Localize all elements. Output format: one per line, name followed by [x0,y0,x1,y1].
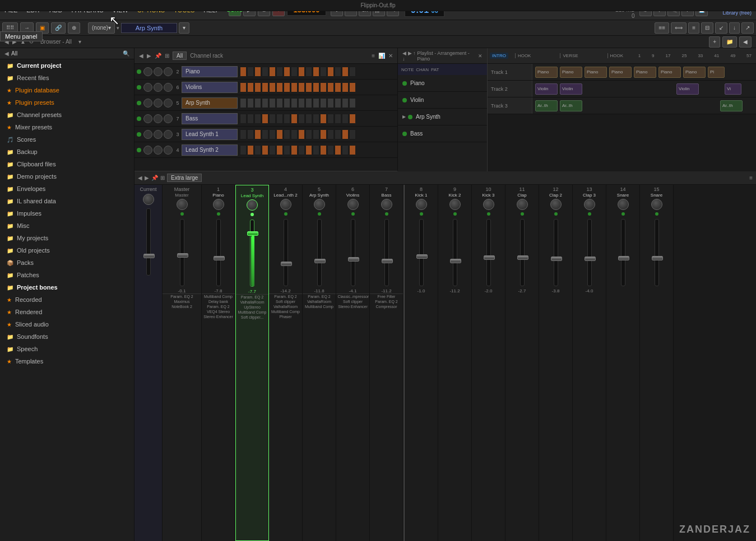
step[interactable] [291,98,298,108]
step[interactable] [320,82,327,92]
ch-effect[interactable]: Multiband Comp [270,309,301,314]
sidebar-item-mixer-presets[interactable]: ★ Mixer presets [0,121,134,133]
ch-effect[interactable]: Param. EQ 2 [206,304,230,309]
sidebar-item-templates[interactable]: ★ Templates [0,355,134,367]
mixer-ch-5[interactable]: 5 Arp Synth -11.8 Param. EQ 2 ValhallaRo… [303,185,336,541]
step[interactable] [291,82,298,92]
rack-settings[interactable]: ≡ [372,53,375,59]
inst-header-nav[interactable]: ◀ ▶ ↑ ↓ [402,50,417,62]
step[interactable] [291,129,298,139]
step[interactable] [342,67,349,77]
track-seg[interactable]: Ar..th [535,100,558,111]
step[interactable] [320,114,327,124]
step[interactable] [240,67,247,77]
led-violins[interactable] [137,85,141,90]
step[interactable] [327,82,334,92]
pan-lead2[interactable] [164,146,173,155]
step[interactable] [327,98,334,108]
ch-effect[interactable]: Classic..mpressor [337,294,369,299]
step[interactable] [335,145,341,155]
ch-effect[interactable]: NoteBook 2 [170,304,193,309]
led-bass[interactable] [137,116,141,121]
step[interactable] [349,114,356,124]
track-seg[interactable]: Piano [658,67,681,78]
ch-fader-15[interactable] [655,219,659,286]
ch-fader-10[interactable] [486,219,491,286]
track-seg[interactable]: Pl [708,67,725,78]
link-btn[interactable]: 🔗 [51,22,66,34]
step[interactable] [313,98,319,108]
pan-piano[interactable] [164,67,173,76]
mixer-ch-1[interactable]: 1 Piano -7.8 Multiband Comp Delay bank P… [202,185,235,541]
name-btn-piano[interactable]: Piano [182,66,238,77]
sidebar-item-old-projects[interactable]: 📁 Old projects [0,244,134,256]
mixer-ch-15[interactable]: 15 Snare [640,185,674,541]
step[interactable] [262,67,268,77]
ch-effect[interactable] [352,309,354,310]
ch-knob-8[interactable] [416,199,427,210]
breadcrumb-dropdown[interactable]: ▾ [78,39,81,45]
name-btn-lead2[interactable]: Lead Synth 2 [182,144,238,156]
step[interactable] [262,114,268,124]
sidebar-item-envelopes[interactable]: 📁 Envelopes [0,183,134,195]
solo-piano[interactable] [143,67,152,76]
mixer-ch-13[interactable]: 13 Clap 3 -4.0 [573,185,606,541]
step[interactable] [247,129,254,139]
step[interactable] [320,67,327,77]
rack-nav-back[interactable]: ◀ [139,53,143,59]
step[interactable] [284,145,290,155]
step[interactable] [247,82,254,92]
mixer-ch-master[interactable]: Master Master -0.1 Param. EQ 2 Maximus N… [163,185,202,541]
ch-knob-current[interactable] [143,194,154,205]
solo-lead1[interactable] [143,130,152,139]
inst-row-arp-synth[interactable]: ▶ Arp Synth [398,109,487,125]
ch-fader-12[interactable] [554,219,558,286]
sidebar-item-impulses[interactable]: 📁 Impulses [0,207,134,220]
mute-lead1[interactable] [154,130,163,139]
ch-fader-3[interactable] [250,220,254,287]
mixer-nav-back[interactable]: ◀ [138,175,142,181]
step[interactable] [349,129,356,139]
none-selector[interactable]: (none) ▾ [88,22,115,34]
step[interactable] [291,145,298,155]
step[interactable] [349,145,356,155]
step[interactable] [276,82,283,92]
step[interactable] [247,114,254,124]
ch-effect[interactable]: Soft clipper [275,299,296,304]
name-btn-lead1[interactable]: Lead Synth 1 [182,129,238,140]
step[interactable] [262,145,268,155]
pan-lead1[interactable] [164,130,173,139]
track-seg[interactable]: Violin [535,83,558,95]
track-seg[interactable]: Ar..th [560,100,582,111]
ch-effect[interactable]: UpStereo [243,305,262,310]
step[interactable] [320,129,327,139]
step[interactable] [305,129,312,139]
step[interactable] [284,67,290,77]
sidebar-item-my-projects[interactable]: 📁 My projects [0,232,134,244]
mute-bass[interactable] [154,114,163,123]
pan-bass[interactable] [164,114,173,123]
ch-effect[interactable]: Compressor [374,304,398,309]
sidebar-item-soundfonts[interactable]: 📁 Soundfonts [0,330,134,343]
sidebar-item-clipboard[interactable]: 📁 Clipboard files [0,158,134,170]
mixer-ch-12[interactable]: 12 Clap 2 -3.8 [539,185,573,541]
step[interactable] [254,114,261,124]
track-seg[interactable]: Violin [560,83,582,95]
step[interactable] [349,98,356,108]
step[interactable] [335,98,341,108]
step[interactable] [262,82,268,92]
step[interactable] [247,98,254,108]
step[interactable] [342,82,349,92]
step[interactable] [291,67,298,77]
sidebar-item-sliced-audio[interactable]: ★ Sliced audio [0,318,134,330]
step[interactable] [305,145,312,155]
step[interactable] [276,129,283,139]
ch-effect[interactable]: Param. EQ 2 [374,299,398,304]
ch-effect[interactable]: Multiband Comp [304,304,335,309]
sidebar-collapse[interactable]: ◀ [4,50,9,57]
ch-knob-3[interactable] [247,199,258,211]
step[interactable] [342,114,349,124]
step[interactable] [298,98,305,108]
step[interactable] [335,82,341,92]
mixer-size-label[interactable]: Extra large [167,174,202,182]
